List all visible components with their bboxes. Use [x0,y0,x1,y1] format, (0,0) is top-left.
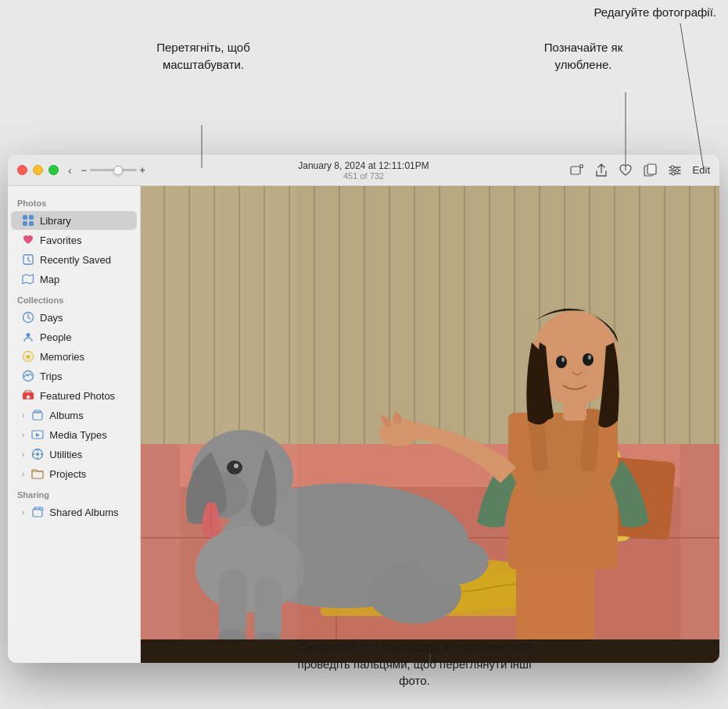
svg-point-8 [671,166,674,169]
sidebar-item-memories[interactable]: Memories [11,347,137,366]
utilities-icon [31,448,44,460]
sidebar-section-sharing: Sharing [8,484,140,502]
memories-icon [22,350,34,363]
sidebar-item-shared-albums-label: Shared Albums [49,507,118,518]
sidebar-item-projects[interactable]: › Projects [11,464,137,483]
media-types-chevron-icon: › [22,431,24,439]
sidebar-item-media-types[interactable]: › Media Types [11,425,137,444]
sidebar-item-shared-albums[interactable]: › Shared Albums [11,503,137,521]
photo-display [141,186,719,663]
callout-drag: Перетягніть, щоб масштабувати. [137,39,270,73]
shared-albums-icon [31,506,44,518]
sidebar-item-favorites[interactable]: Favorites [11,231,137,249]
sidebar-section-photos: Photos [8,192,140,210]
svg-rect-58 [680,444,719,663]
featured-photos-icon [22,389,34,402]
svg-point-10 [672,172,675,175]
svg-point-25 [36,453,39,456]
sidebar-item-trips-label: Trips [40,371,62,382]
people-icon [22,331,34,343]
trips-icon [22,370,34,382]
utilities-chevron-icon: › [22,450,24,459]
projects-icon [31,467,44,480]
sidebar-item-projects-label: Projects [49,468,86,480]
svg-line-1 [680,23,704,170]
sidebar-item-utilities[interactable]: › Utilities [11,445,137,464]
sidebar: Photos Library F [8,186,141,663]
svg-point-87 [556,356,567,368]
svg-point-89 [583,353,594,366]
sidebar-item-featured-photos-label: Featured Photos [40,390,115,402]
callout-favorite: Позначайте як улюблене. [517,39,650,73]
toolbar-actions: Edit [570,163,710,177]
callout-edit-photos: Редагуйте фотографії. [560,4,716,21]
library-icon [22,214,34,227]
svg-point-88 [561,357,565,362]
svg-rect-7 [647,164,656,174]
photo-date: January 8, 2024 at 12:11:01PM [298,160,429,171]
sidebar-item-albums[interactable]: › Albums [11,406,137,424]
sidebar-item-people[interactable]: People [11,328,137,346]
app-window: ‹ − + January 8, 2024 at 12:11:01PM 451 … [8,155,719,663]
sidebar-item-library[interactable]: Library [11,211,137,230]
zoom-control[interactable]: − + [81,165,145,176]
shared-albums-chevron-icon: › [22,508,24,517]
svg-point-9 [676,169,679,172]
sidebar-item-map-label: Map [40,274,59,285]
zoom-slider-track[interactable] [90,169,137,171]
traffic-lights [17,165,59,175]
days-icon [22,311,34,324]
sidebar-item-albums-label: Albums [49,410,83,421]
map-icon [22,273,34,285]
svg-rect-92 [141,186,297,663]
sidebar-section-collections: Collections [8,289,140,307]
sidebar-item-memories-label: Memories [40,351,84,363]
sidebar-item-days[interactable]: Days [11,308,137,327]
svg-rect-11 [23,215,27,220]
svg-point-79 [418,538,489,585]
favorites-icon [22,234,34,246]
media-types-icon [31,428,44,441]
sidebar-item-trips[interactable]: Trips [11,367,137,385]
sidebar-item-recently-saved[interactable]: Recently Saved [11,250,137,269]
main-content: Photos Library F [8,186,719,663]
svg-rect-91 [563,397,586,421]
close-button[interactable] [17,165,27,175]
svg-point-17 [27,333,30,337]
back-button[interactable]: ‹ [65,163,75,178]
svg-rect-14 [29,221,34,226]
svg-rect-13 [23,221,27,226]
share-icon[interactable] [595,163,608,177]
sidebar-item-utilities-label: Utilities [49,449,82,460]
albums-chevron-icon: › [22,411,24,420]
add-to-album-icon[interactable] [570,164,584,177]
edit-button[interactable]: Edit [693,164,710,176]
title-center: January 8, 2024 at 12:11:01PM 451 of 732 [298,160,429,181]
sidebar-item-recently-saved-label: Recently Saved [40,254,111,266]
zoom-minus-icon: − [81,165,87,176]
svg-rect-93 [141,639,719,663]
zoom-plus-icon: + [140,165,145,176]
maximize-button[interactable] [48,165,59,175]
sidebar-item-media-types-label: Media Types [49,429,106,441]
duplicate-icon[interactable] [644,163,657,177]
sidebar-item-map[interactable]: Map [11,270,137,288]
adjust-icon[interactable] [668,164,682,177]
sidebar-item-featured-photos[interactable]: Featured Photos [11,386,137,405]
photo-area[interactable] [141,186,719,663]
favorite-icon[interactable] [619,164,633,177]
projects-chevron-icon: › [22,470,24,478]
nav-controls: ‹ − + [65,163,145,178]
zoom-slider-handle[interactable] [113,166,123,175]
photo-count: 451 of 732 [298,171,429,181]
minimize-button[interactable] [33,165,43,175]
svg-point-90 [588,355,591,360]
sidebar-item-people-label: People [40,331,71,343]
albums-icon [31,409,44,421]
sidebar-item-days-label: Days [40,312,63,324]
svg-rect-12 [29,215,34,220]
recently-saved-icon [22,253,34,266]
sidebar-item-favorites-label: Favorites [40,235,81,246]
title-bar: ‹ − + January 8, 2024 at 12:11:01PM 451 … [8,155,719,186]
svg-rect-4 [571,167,580,174]
